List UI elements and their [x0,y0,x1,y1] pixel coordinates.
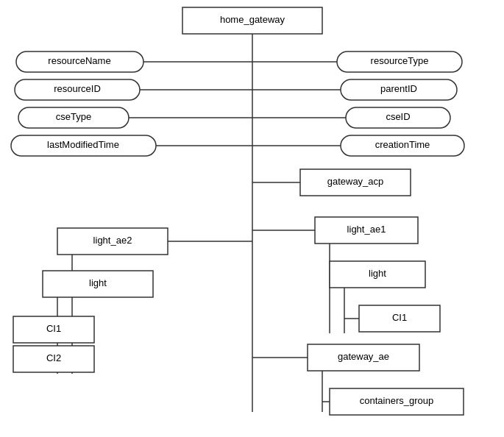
diagram-svg: home_gateway resourceName resourceID cse… [0,0,504,437]
ci1-right-label: CI1 [392,312,407,323]
light-right-label: light [369,268,386,279]
ci1-left-label: CI1 [46,323,61,334]
resourceid-label: resourceID [54,83,101,94]
gateway-acp-label: gateway_acp [327,176,384,187]
parentid-label: parentID [380,83,417,94]
creationtime-label: creationTime [375,139,430,150]
ci2-left-label: CI2 [46,352,61,363]
gateway-ae-label: gateway_ae [338,351,389,362]
csetype-label: cseType [56,111,91,122]
light-ae2-label: light_ae2 [93,235,132,246]
light-ae1-label: light_ae1 [347,224,386,235]
home-gateway-label: home_gateway [220,14,285,25]
lastmodifiedtime-label: lastModifiedTime [47,139,119,150]
cseid-label: cseID [386,111,410,122]
light-left-label: light [89,277,107,288]
resourcename-label: resourceName [48,55,110,66]
resourcetype-label: resourceType [371,55,429,66]
containers-group-label: containers_group [360,395,433,406]
